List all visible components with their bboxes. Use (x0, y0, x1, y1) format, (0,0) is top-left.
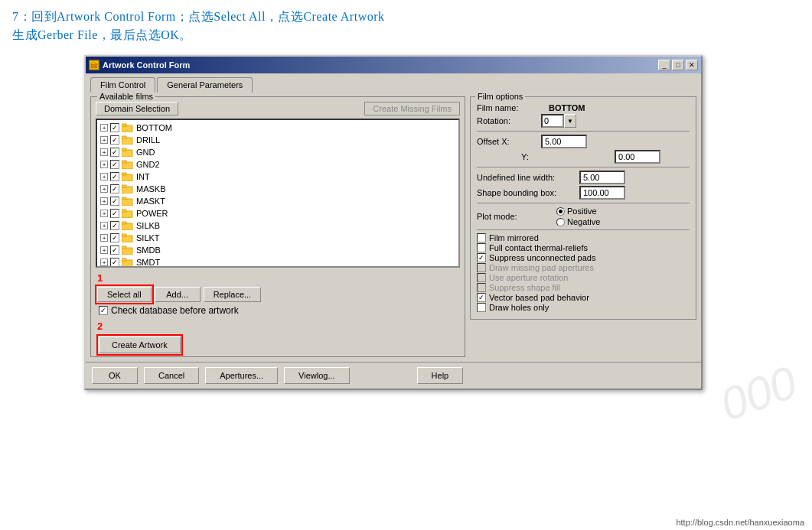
expand-icon[interactable]: + (100, 234, 108, 242)
film-checkbox[interactable]: ✓ (110, 172, 119, 181)
available-films-label: Available films (97, 92, 155, 101)
title-bar-left: Artwork Control Form (89, 60, 190, 70)
cancel-button[interactable]: Cancel (144, 367, 199, 384)
film-checkbox[interactable]: ✓ (110, 135, 119, 145)
expand-icon[interactable]: + (100, 197, 108, 205)
draw-holes-checkbox[interactable] (477, 303, 486, 312)
expand-icon[interactable]: + (100, 246, 108, 254)
film-checkbox[interactable]: ✓ (110, 197, 119, 206)
domain-selection-button[interactable]: Domain Selection (96, 102, 178, 115)
step2-area: 2 Create Artwork (96, 320, 460, 353)
folder-icon (122, 123, 134, 132)
vector-based-checkbox[interactable] (477, 293, 486, 302)
list-item[interactable]: + ✓ MASKB (99, 183, 457, 195)
negative-radio[interactable]: Negative (556, 217, 600, 226)
tab-film-control-label: Film Control (100, 80, 145, 89)
folder-icon (122, 184, 134, 193)
help-button[interactable]: Help (417, 367, 464, 384)
list-item[interactable]: + ✓ BOTTOM (99, 122, 457, 134)
tab-general-parameters[interactable]: General Parameters (157, 77, 253, 93)
select-all-button[interactable]: Select all (97, 287, 152, 302)
viewlog-button[interactable]: Viewlog... (284, 367, 350, 384)
full-contact-checkbox[interactable] (477, 243, 486, 252)
svg-rect-16 (122, 197, 126, 200)
folder-icon (122, 172, 134, 181)
positive-radio-button[interactable] (556, 207, 565, 216)
offset-x-input[interactable] (541, 135, 587, 148)
expand-icon[interactable]: + (100, 258, 108, 266)
film-name: MASKT (136, 197, 165, 206)
expand-icon[interactable]: + (100, 222, 108, 229)
film-checkbox[interactable]: ✓ (110, 233, 119, 242)
watermark: 000 (713, 356, 804, 431)
use-aperture-label: Use aperture rotation (489, 273, 568, 282)
film-checkbox[interactable]: ✓ (110, 258, 119, 267)
draw-missing-label: Draw missing pad apertures (489, 263, 594, 272)
expand-icon[interactable]: + (100, 161, 108, 168)
list-item[interactable]: + ✓ SMDT (99, 256, 457, 268)
tab-area: Film Control General Parameters (86, 73, 701, 92)
svg-rect-20 (122, 222, 126, 224)
create-artwork-button[interactable]: Create Artwork (99, 337, 181, 353)
positive-label: Positive (567, 206, 597, 216)
shape-bounding-box-input[interactable] (579, 186, 625, 200)
add-button[interactable]: Add... (155, 287, 201, 302)
replace-button[interactable]: Replace... (204, 287, 262, 302)
ok-button[interactable]: OK (92, 367, 138, 384)
minimize-button[interactable]: _ (658, 60, 670, 70)
expand-icon[interactable]: + (100, 124, 108, 132)
film-checkbox[interactable]: ✓ (110, 160, 119, 169)
expand-icon[interactable]: + (100, 173, 108, 180)
list-item[interactable]: + ✓ DRILL (99, 134, 457, 146)
negative-radio-button[interactable] (556, 218, 565, 226)
folder-icon (122, 258, 134, 267)
list-item[interactable]: + ✓ SILKB (99, 219, 457, 232)
list-item[interactable]: + ✓ GND (99, 146, 457, 158)
film-checkbox[interactable]: ✓ (110, 184, 119, 193)
film-checkbox[interactable]: ✓ (110, 148, 119, 157)
draw-missing-checkbox[interactable] (477, 263, 486, 272)
film-checkbox[interactable]: ✓ (110, 209, 119, 218)
tab-film-control[interactable]: Film Control (90, 77, 155, 93)
offset-y-input[interactable] (615, 150, 660, 164)
shape-bounding-box-label: Shape bounding box: (477, 188, 576, 197)
rotation-input[interactable] (541, 114, 564, 128)
use-aperture-checkbox[interactable] (477, 273, 486, 282)
check-db-checkbox[interactable] (99, 306, 108, 315)
list-item[interactable]: + ✓ SILKT (99, 232, 457, 244)
suppress-unconnected-checkbox[interactable] (477, 253, 486, 262)
suppress-shape-checkbox[interactable] (477, 283, 486, 292)
expand-icon[interactable]: + (100, 136, 108, 144)
offset-y-label: Y: (521, 152, 582, 161)
rotation-row: Rotation: ▼ (477, 114, 690, 128)
svg-rect-22 (122, 234, 126, 236)
close-button[interactable]: ✕ (686, 60, 698, 70)
list-item[interactable]: + ✓ POWER (99, 207, 457, 219)
right-panel: Film options Film name: BOTTOM Rotation:… (470, 96, 696, 357)
list-item[interactable]: + ✓ GND2 (99, 158, 457, 171)
undefined-line-width-input[interactable] (579, 171, 625, 184)
rotation-dropdown-arrow[interactable]: ▼ (564, 114, 576, 128)
suppress-shape-label: Suppress shape fill (489, 283, 560, 292)
domain-row: Domain Selection Create Missing Films (96, 102, 460, 115)
expand-icon[interactable]: + (100, 185, 108, 193)
film-checkbox[interactable]: ✓ (110, 245, 119, 255)
film-name: MASKB (136, 184, 166, 193)
list-item[interactable]: + ✓ INT (99, 171, 457, 183)
positive-radio[interactable]: Positive (556, 206, 600, 216)
expand-icon[interactable]: + (100, 210, 108, 217)
film-checkbox[interactable]: ✓ (110, 221, 119, 230)
plot-mode-options: Positive Negative (556, 206, 600, 226)
apertures-button[interactable]: Apertures... (205, 367, 278, 384)
maximize-button[interactable]: □ (672, 60, 684, 70)
film-mirrored-checkbox[interactable] (477, 233, 486, 242)
film-checkbox[interactable]: ✓ (110, 123, 119, 132)
dialog-content: Available films Domain Selection Create … (86, 92, 701, 362)
radio-dot (559, 210, 563, 213)
step-label-2: 2 (97, 320, 460, 332)
expand-icon[interactable]: + (100, 148, 108, 156)
film-name: SILKT (136, 233, 160, 242)
list-item[interactable]: + ✓ MASKT (99, 195, 457, 207)
list-item[interactable]: + ✓ SMDB (99, 244, 457, 256)
create-missing-button[interactable]: Create Missing Films (364, 102, 460, 115)
